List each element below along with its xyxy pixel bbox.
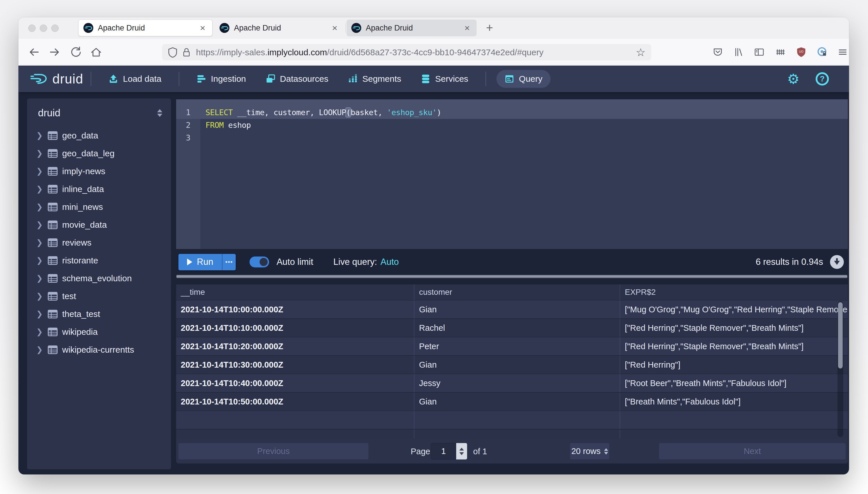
- chevron-right-icon[interactable]: ❯: [36, 149, 43, 158]
- close-tab-icon[interactable]: ×: [329, 20, 341, 36]
- sidebar-item-geo_data[interactable]: ❯geo_data: [27, 127, 171, 145]
- browser-tab-1[interactable]: Apache Druid ×: [78, 20, 212, 36]
- pane-splitter-handle[interactable]: [176, 275, 847, 278]
- privacy-ext-button[interactable]: [814, 45, 829, 60]
- page-label: Page: [411, 447, 430, 456]
- chevron-right-icon[interactable]: ❯: [36, 292, 43, 301]
- download-results-button[interactable]: [830, 255, 844, 269]
- sql-editor[interactable]: 1 2 3 SELECT __time, customer, LOOKUP(ba…: [176, 99, 848, 249]
- line-number: 3: [176, 132, 200, 144]
- lock-icon[interactable]: [182, 47, 191, 58]
- rows-per-page-value: 20 rows: [571, 446, 601, 456]
- table-row: 2021-10-14T10:20:00.000Z Peter ["Red Her…: [176, 337, 848, 355]
- extensions-button[interactable]: [773, 45, 788, 60]
- column-header-expr2[interactable]: EXPR$2: [620, 284, 848, 300]
- table-scrollbar-track[interactable]: [837, 301, 843, 437]
- library-button[interactable]: [731, 45, 746, 60]
- sql-keyword: FROM: [206, 121, 224, 130]
- run-more-button[interactable]: •••: [222, 254, 236, 270]
- close-window-button[interactable]: [28, 24, 36, 32]
- druid-logo-icon: [30, 71, 49, 87]
- nav-item-services[interactable]: Services: [417, 70, 472, 88]
- auto-limit-toggle[interactable]: [250, 256, 269, 267]
- sidebar-item-imply-news[interactable]: ❯imply-news: [27, 163, 171, 180]
- new-tab-button[interactable]: +: [482, 21, 497, 35]
- sidebar-item-reviews[interactable]: ❯reviews: [27, 234, 171, 252]
- chevron-right-icon[interactable]: ❯: [36, 238, 43, 247]
- sidebar-item-test[interactable]: ❯test: [27, 287, 171, 305]
- cell-customer: Gian: [414, 356, 620, 374]
- close-tab-icon[interactable]: ×: [197, 20, 209, 36]
- spinner-up-icon[interactable]: [459, 448, 464, 451]
- sidebar-item-inline_data[interactable]: ❯inline_data: [27, 180, 171, 198]
- column-header-customer[interactable]: customer: [414, 284, 620, 300]
- url-text[interactable]: https://imply-sales.implycloud.com/druid…: [196, 48, 636, 57]
- ublock-button[interactable]: UO: [794, 45, 809, 60]
- table-icon: [48, 328, 58, 336]
- nav-item-load-data[interactable]: Load data: [105, 70, 165, 88]
- settings-gear-icon[interactable]: ⚙: [787, 71, 799, 87]
- chevron-right-icon[interactable]: ❯: [36, 256, 43, 265]
- help-icon[interactable]: ?: [816, 72, 829, 86]
- tab-strip: Apache Druid × Apache Druid × Apache Dru…: [18, 17, 849, 39]
- table-icon: [48, 292, 58, 301]
- empty-table-strip: [176, 429, 848, 438]
- column-header-time[interactable]: __time: [176, 284, 414, 300]
- sidebar-item-ristorante[interactable]: ❯ristorante: [27, 252, 171, 269]
- chevron-right-icon[interactable]: ❯: [36, 274, 43, 283]
- page-spinner[interactable]: [456, 443, 467, 459]
- sidebar-toggle-button[interactable]: [752, 45, 767, 60]
- nav-item-ingestion[interactable]: Ingestion: [193, 70, 250, 88]
- rows-per-page-select[interactable]: 20 rows: [570, 443, 609, 459]
- pocket-button[interactable]: [710, 45, 725, 60]
- chevron-right-icon[interactable]: ❯: [36, 309, 43, 319]
- minimize-window-button[interactable]: [40, 24, 47, 32]
- url-bar[interactable]: https://imply-sales.implycloud.com/druid…: [162, 44, 651, 60]
- bookmark-star-icon[interactable]: ☆: [636, 46, 645, 59]
- datasources-icon: [266, 74, 275, 84]
- browser-window: Apache Druid × Apache Druid × Apache Dru…: [18, 17, 849, 474]
- chevron-right-icon[interactable]: ❯: [36, 345, 43, 354]
- cell-customer: Jessy: [414, 374, 620, 392]
- chevron-right-icon[interactable]: ❯: [36, 327, 43, 337]
- sidebar-item-movie_data[interactable]: ❯movie_data: [27, 216, 171, 234]
- forward-button[interactable]: [46, 44, 63, 60]
- sidebar-item-wikipedia[interactable]: ❯wikipedia: [27, 323, 171, 341]
- chevron-right-icon[interactable]: ❯: [36, 185, 43, 194]
- tracking-shield-icon[interactable]: [168, 47, 178, 58]
- page-number-input[interactable]: [431, 443, 456, 459]
- browser-tab-2[interactable]: Apache Druid ×: [215, 20, 344, 36]
- close-tab-icon[interactable]: ×: [461, 20, 473, 36]
- druid-brand[interactable]: druid: [30, 71, 83, 87]
- browser-tab-3[interactable]: Apache Druid ×: [347, 20, 477, 36]
- zoom-window-button[interactable]: [51, 24, 59, 32]
- url-domain: implycloud.com: [267, 48, 327, 57]
- nav-item-segments[interactable]: Segments: [345, 70, 405, 88]
- sort-double-caret-icon[interactable]: [157, 109, 162, 117]
- nav-item-query[interactable]: Query: [497, 70, 551, 88]
- sidebar-item-schema_evolution[interactable]: ❯schema_evolution: [27, 269, 171, 287]
- run-button[interactable]: Run: [178, 254, 222, 270]
- chevron-right-icon[interactable]: ❯: [36, 167, 43, 176]
- spinner-down-icon[interactable]: [459, 452, 464, 455]
- home-button[interactable]: [88, 44, 104, 60]
- previous-page-button[interactable]: Previous: [178, 443, 368, 459]
- live-query-value[interactable]: Auto: [381, 257, 399, 267]
- cell-customer: Rachel: [414, 319, 620, 337]
- menu-button[interactable]: [835, 45, 849, 60]
- chevron-right-icon[interactable]: ❯: [36, 220, 43, 229]
- nav-item-datasources[interactable]: Datasources: [262, 70, 332, 88]
- next-page-button[interactable]: Next: [659, 443, 846, 459]
- url-prefix: https://imply-sales.: [196, 48, 267, 57]
- druid-favicon: [351, 23, 362, 33]
- sidebar-item-theta_test[interactable]: ❯theta_test: [27, 305, 171, 323]
- sidebar-item-geo_data_leg[interactable]: ❯geo_data_leg: [27, 145, 171, 163]
- back-button[interactable]: [26, 44, 42, 60]
- sidebar-item-wikipedia-currentts[interactable]: ❯wikipedia-currentts: [27, 341, 171, 359]
- chevron-right-icon[interactable]: ❯: [36, 202, 43, 212]
- chevron-right-icon[interactable]: ❯: [36, 131, 43, 140]
- sidebar-item-mini_news[interactable]: ❯mini_news: [27, 198, 171, 216]
- reload-button[interactable]: [68, 44, 84, 60]
- table-scrollbar-thumb[interactable]: [838, 302, 843, 368]
- table-icon: [48, 167, 58, 176]
